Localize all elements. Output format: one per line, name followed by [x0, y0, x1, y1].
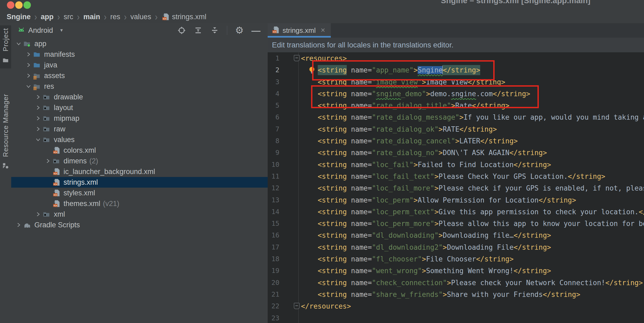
breadcrumb-item-sngine[interactable]: Sngine	[7, 13, 31, 21]
chevron-right-icon[interactable]	[35, 94, 42, 100]
breadcrumb-item-res[interactable]: res	[110, 13, 120, 21]
window-close-button[interactable]	[7, 1, 14, 9]
tree-item-ic-launcher-background-xml[interactable]: <>ic_launcher_background.xml	[11, 166, 268, 177]
breadcrumb-item-src[interactable]: src	[64, 13, 73, 21]
code-line-content: <string name="fl_chooser">File Chooser</…	[301, 255, 513, 263]
code-line-22[interactable]: 22−</resources>	[268, 300, 644, 312]
tree-item-colors-xml[interactable]: <>colors.xml	[11, 145, 268, 156]
collapse-all-icon[interactable]	[210, 26, 219, 35]
code-line-7[interactable]: 7 <string name="rate_dialog_ok">RATE</st…	[268, 123, 644, 135]
tree-item-label: xml	[54, 210, 65, 219]
code-token: Please check your Network Connection!	[451, 279, 605, 287]
code-line-10[interactable]: 10 <string name="loc_fail">Failed to Fin…	[268, 159, 644, 171]
chevron-right-icon[interactable]	[25, 51, 33, 58]
chevron-down-icon[interactable]	[35, 136, 42, 143]
code-line-19[interactable]: 19 <string name="went_wrong">Something W…	[268, 265, 644, 277]
tool-window-bar: Project Resource Manager	[0, 23, 11, 323]
tree-item-raw[interactable]: raw	[11, 124, 268, 134]
code-line-8[interactable]: 8 <string name="rate_dialog_cancel">LATE…	[268, 135, 644, 147]
tree-item-themes-xml[interactable]: <>themes.xml(v21)	[11, 198, 268, 209]
breadcrumb-item-main[interactable]: main	[83, 13, 100, 21]
locate-icon[interactable]	[177, 26, 186, 35]
tree-item-manifests[interactable]: manifests	[11, 49, 268, 60]
tree-item-assets[interactable]: assets	[11, 70, 268, 81]
chevron-spacer	[45, 200, 52, 207]
chevron-right-icon[interactable]	[35, 211, 42, 218]
line-number: 12	[268, 182, 279, 194]
code-token: <string	[318, 113, 347, 121]
code-token: </string>	[513, 161, 551, 169]
code-line-21[interactable]: 21 <string name="share_w_friends">Share …	[268, 289, 644, 300]
code-token: "loc_fail_more"	[372, 184, 434, 192]
tree-item-dimens[interactable]: dimens(2)	[11, 156, 268, 166]
code-line-6[interactable]: 6 <string name="rate_dialog_message">If …	[268, 111, 644, 123]
tree-item-layout[interactable]: layout	[11, 102, 268, 113]
chevron-right-icon[interactable]	[25, 62, 33, 68]
project-tree: appmanifestsjavaassetsresdrawablelayoutm…	[11, 38, 268, 230]
tree-item-strings-xml[interactable]: <>strings.xml	[11, 177, 268, 188]
code-token: >	[414, 196, 418, 204]
code-line-13[interactable]: 13 <string name="loc_perm">Allow Permiss…	[268, 194, 644, 206]
code-line-11[interactable]: 11 <string name="loc_fail_text">Please C…	[268, 171, 644, 182]
breadcrumb-item-strings-xml[interactable]: <>strings.xml	[161, 13, 206, 21]
tree-item-styles-xml[interactable]: <>styles.xml	[11, 188, 268, 198]
code-line-16[interactable]: 16 <string name="dl_downloading">Downloa…	[268, 229, 644, 241]
tool-window-button-resource-manager[interactable]: Resource Manager	[0, 91, 11, 174]
chevron-spacer	[45, 189, 52, 196]
editor-tab-strings-xml[interactable]: <> strings.xml ✕	[268, 23, 331, 38]
tree-item-res[interactable]: res	[11, 81, 268, 92]
chevron-right-icon[interactable]	[15, 221, 23, 228]
chevron-right-icon[interactable]	[35, 104, 42, 111]
code-token: </string>	[513, 243, 551, 251]
project-view-selector[interactable]: Android ▼	[17, 25, 64, 36]
tree-item-mipmap[interactable]: mipmap	[11, 113, 268, 124]
code-token: <string	[318, 231, 347, 239]
hide-icon[interactable]: —	[252, 26, 260, 35]
window-minimize-button[interactable]	[15, 1, 23, 9]
code-line-content: <string name="went_wrong">Something Went…	[301, 267, 551, 275]
code-token: >	[434, 184, 439, 192]
tree-item-xml[interactable]: xml	[11, 209, 268, 220]
code-line-20[interactable]: 20 <string name="check_connection">Pleas…	[268, 277, 644, 289]
translations-editor-banner[interactable]: Edit translations for all locales in the…	[268, 38, 644, 53]
chevron-down-icon[interactable]	[15, 40, 23, 47]
fold-marker-icon[interactable]: −	[294, 55, 300, 61]
window-zoom-button[interactable]	[23, 1, 31, 9]
code-line-18[interactable]: 18 <string name="fl_chooser">File Choose…	[268, 253, 644, 265]
code-line-content: </resources>	[301, 302, 351, 310]
chevron-right-icon[interactable]	[45, 158, 52, 164]
chevron-down-icon[interactable]	[25, 83, 33, 90]
breadcrumb-item-app[interactable]: app	[41, 13, 54, 21]
annotation-box-line-4	[311, 85, 539, 108]
line-number: 23	[268, 312, 279, 323]
chevron-right-icon[interactable]	[35, 126, 42, 132]
folder-res-icon	[42, 210, 50, 218]
line-number: 19	[268, 265, 279, 277]
code-line-17[interactable]: 17 <string name="dl_downloading2">Downlo…	[268, 241, 644, 253]
breadcrumb-item-values[interactable]: values	[131, 13, 151, 21]
code-token: name=	[347, 137, 372, 145]
chevron-right-icon[interactable]	[35, 115, 42, 122]
code-token: >	[443, 290, 447, 298]
code-line-content: <string name="dl_downloading">Downloadin…	[301, 231, 551, 239]
code-line-12[interactable]: 12 <string name="loc_fail_more">Please c…	[268, 182, 644, 194]
code-token: "check_connection"	[372, 279, 447, 287]
expand-all-icon[interactable]	[194, 26, 202, 35]
close-icon[interactable]: ✕	[320, 27, 325, 34]
settings-icon[interactable]: ⚙	[235, 26, 244, 35]
code-line-15[interactable]: 15 <string name="loc_perm_more">Please a…	[268, 218, 644, 229]
code-line-9[interactable]: 9 <string name="rate_dialog_no">DON\'T A…	[268, 147, 644, 159]
tree-item-app[interactable]: app	[11, 38, 268, 49]
tree-item-java[interactable]: java	[11, 60, 268, 70]
fold-marker-icon[interactable]: −	[294, 303, 300, 309]
code-line-content: <string name="loc_fail_more">Please chec…	[301, 184, 644, 192]
code-line-14[interactable]: 14 <string name="loc_perm_text">Give thi…	[268, 206, 644, 218]
code-token: name=	[347, 172, 372, 180]
tree-item-values[interactable]: values	[11, 134, 268, 145]
code-line-23[interactable]: 23	[268, 312, 644, 323]
tree-item-drawable[interactable]: drawable	[11, 92, 268, 102]
tool-window-button-project[interactable]: Project	[0, 25, 11, 68]
chevron-right-icon[interactable]	[25, 72, 33, 79]
tree-item-gradle-scripts[interactable]: Gradle Scripts	[11, 220, 268, 230]
breadcrumb-label: Sngine	[7, 13, 31, 21]
